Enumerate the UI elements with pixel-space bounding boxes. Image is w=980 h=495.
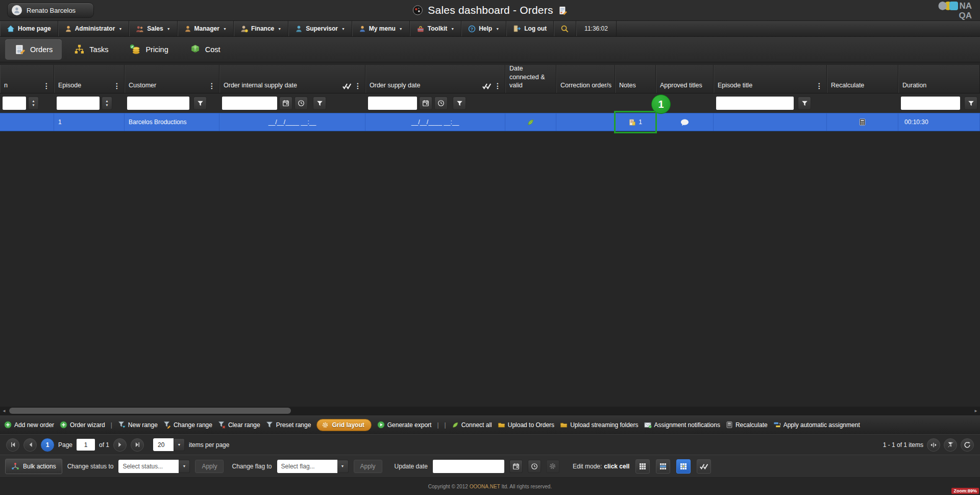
menu-home-page[interactable]: Home page [0, 21, 58, 36]
table-row[interactable]: 1 Barcelos Broductions __/__/____ __:__ … [0, 113, 980, 131]
change-range-button[interactable]: Change range [163, 421, 212, 429]
cell-order-internal-supply-date[interactable]: __/__/____ __:__ [219, 113, 365, 131]
cell-duration[interactable]: 00:10:30 [898, 113, 980, 131]
status-select[interactable]: Select status... ▼ [118, 460, 190, 473]
apply-status-button[interactable]: Apply [195, 460, 224, 473]
menu-finance[interactable]: Finance ▼ [234, 21, 288, 36]
clock-icon[interactable] [434, 97, 448, 110]
column-header-customer[interactable]: Customer ⋮ [125, 65, 219, 93]
recalculate-button[interactable]: Recalculate [726, 421, 768, 429]
cell-episode[interactable]: 1 [54, 113, 125, 131]
assignment-notifications-button[interactable]: Assignment notifications [644, 421, 720, 429]
filter-order-internal-supply-date-input[interactable] [222, 97, 277, 110]
column-menu-icon[interactable]: ⋮ [493, 82, 502, 89]
apply-all-check-button[interactable] [697, 459, 711, 474]
column-menu-icon[interactable]: ⋮ [112, 82, 121, 89]
number-spinner[interactable]: ▲▼ [102, 97, 112, 110]
spin-down-icon[interactable]: ▼ [32, 104, 35, 107]
fit-columns-button[interactable] [927, 438, 940, 452]
cell-recalculate[interactable] [827, 113, 898, 131]
tab-tasks[interactable]: Tasks [65, 39, 117, 60]
tab-pricing[interactable]: Pricing [120, 39, 177, 60]
column-header-order-supply-date[interactable]: Order supply date ⋮ [365, 65, 505, 93]
cell-notes[interactable]: 1 [615, 113, 656, 131]
new-range-button[interactable]: New range [118, 421, 158, 429]
column-menu-icon[interactable]: ⋮ [207, 82, 216, 89]
generate-export-button[interactable]: Generate export [377, 421, 432, 429]
upload-streaming-folders-button[interactable]: Upload streaming folders [560, 421, 638, 429]
column-header-recalculate[interactable]: Recalculate [827, 65, 898, 93]
comment-bubble-icon[interactable] [680, 119, 689, 126]
calendar-icon[interactable] [509, 460, 523, 473]
apply-flag-button[interactable]: Apply [354, 460, 382, 473]
column-menu-icon[interactable]: ⋮ [815, 82, 824, 89]
current-user-chip[interactable]: Renato Barcelos [7, 3, 94, 18]
brand-link[interactable]: OOONA.NET [470, 484, 500, 489]
menu-supervisor[interactable]: Supervisor ▼ [288, 21, 352, 36]
filter-icon[interactable] [313, 97, 326, 110]
filter-order-supply-date-input[interactable] [368, 97, 417, 110]
clock-icon[interactable] [528, 460, 541, 473]
cell-correction-orders[interactable] [556, 113, 615, 131]
filter-n-input[interactable] [3, 97, 26, 110]
menu-search[interactable] [554, 21, 576, 36]
order-wizard-button[interactable]: Order wizard [60, 421, 105, 429]
scroll-left-icon[interactable]: ◄ [0, 407, 8, 415]
menu-help[interactable]: ? Help ▼ [461, 21, 506, 36]
column-header-episode-title[interactable]: Episode title ⋮ [714, 65, 827, 93]
filter-icon[interactable] [453, 97, 466, 110]
edit-mode-grid-button[interactable] [635, 459, 650, 474]
column-header-episode[interactable]: Episode ⋮ [54, 65, 125, 93]
upload-to-orders-button[interactable]: Upload to Orders [498, 421, 554, 429]
filter-icon[interactable] [193, 97, 207, 110]
clear-range-button[interactable]: Clear range [218, 421, 260, 429]
column-header-date-connected-valid[interactable]: Date connected & valid [505, 65, 556, 93]
menu-manager[interactable]: Manager ▼ [178, 21, 234, 36]
cell-episode-title[interactable] [714, 113, 827, 131]
next-page-button[interactable] [113, 438, 127, 452]
scrollbar-thumb[interactable] [9, 408, 291, 414]
column-header-approved-titles[interactable]: Approved titles [656, 65, 714, 93]
column-header-duration[interactable]: Duration [898, 65, 980, 93]
column-header-correction-orders[interactable]: Correction order/s [556, 65, 615, 93]
refresh-button[interactable] [961, 438, 974, 452]
edit-mode-cell-button[interactable] [676, 459, 691, 474]
column-header-notes[interactable]: Notes [615, 65, 656, 93]
filter-duration-input[interactable] [901, 97, 960, 110]
menu-toolkit[interactable]: Toolkit ▼ [410, 21, 461, 36]
clock-icon[interactable] [295, 97, 308, 110]
column-menu-icon[interactable]: ⋮ [42, 82, 51, 89]
apply-automatic-assignment-button[interactable]: Apply automatic assignment [773, 421, 860, 429]
flag-select[interactable]: Select flag... ▼ [277, 460, 349, 473]
grid-layout-button[interactable]: Grid layout [316, 419, 371, 431]
number-spinner[interactable]: ▲▼ [28, 97, 39, 110]
cell-customer[interactable]: Barcelos Broductions [125, 113, 219, 131]
spin-down-icon[interactable]: ▼ [105, 104, 108, 107]
report-document-icon[interactable] [558, 6, 568, 15]
chevron-down-icon[interactable]: ▼ [179, 460, 190, 473]
chevron-down-icon[interactable]: ▼ [337, 460, 349, 473]
menu-my-menu[interactable]: My menu ▼ [352, 21, 410, 36]
tab-orders[interactable]: Orders [5, 39, 62, 60]
cell-n[interactable] [0, 113, 54, 131]
column-header-order-internal-supply-date[interactable]: Order internal supply date ⋮ [219, 65, 365, 93]
double-check-icon[interactable] [342, 83, 352, 89]
gear-icon[interactable] [546, 460, 559, 473]
first-page-button[interactable] [6, 438, 19, 452]
edit-mode-row-button[interactable] [656, 459, 670, 474]
cell-date-connected-valid[interactable] [505, 113, 556, 131]
scroll-right-icon[interactable]: ► [972, 407, 980, 415]
page-size-select[interactable]: 20 ▼ [153, 438, 185, 451]
calculator-icon[interactable] [859, 118, 866, 126]
connect-all-button[interactable]: Connect all [452, 421, 492, 429]
double-check-icon[interactable] [482, 83, 492, 89]
update-date-input[interactable] [433, 460, 504, 473]
spin-up-icon[interactable]: ▲ [32, 100, 35, 103]
bulk-actions-button[interactable]: Bulk actions [5, 459, 62, 474]
menu-sales[interactable]: Sales ▼ [129, 21, 177, 36]
calendar-icon[interactable] [419, 97, 432, 110]
menu-log-out[interactable]: Log out [506, 21, 554, 36]
current-page-badge[interactable]: 1 [41, 438, 54, 452]
menu-administrator[interactable]: Administrator ▼ [58, 21, 130, 36]
tab-cost[interactable]: Cost [181, 39, 230, 60]
